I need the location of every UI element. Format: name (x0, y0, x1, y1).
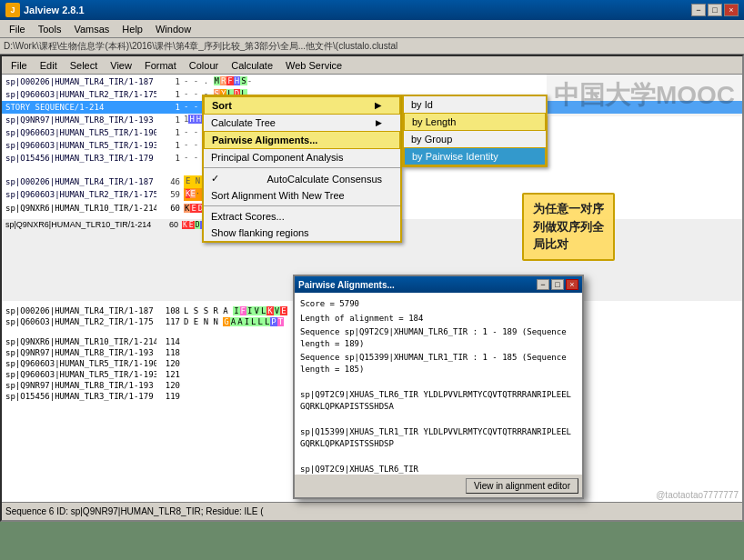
status-text: Sequence 6 ID: sp|Q9NR97|HUMAN_TLR8_TIR;… (5, 506, 264, 516)
doc-menu-calculate[interactable]: Calculate (226, 59, 278, 72)
seq-label-5: sp|Q9606O3|HUMAN_TLR5_TIR/1-193 (2, 139, 156, 152)
seq-row-bot2-1: sp|Q9NXR6|HUMAN_TLR10_TIR/1-214 114 (2, 336, 742, 347)
title-bar: J Jalview 2.8.1 − □ × (0, 0, 744, 20)
address-path: D:\Work\课程\生物信息学(本科)\2016\课件\第4章_序列比较_第3… (4, 40, 397, 53)
main-window: J Jalview 2.8.1 − □ × File Tools Vamsas … (0, 0, 744, 560)
status-bar: Sequence 6 ID: sp|Q9NR97|HUMAN_TLR8_TIR;… (2, 502, 742, 520)
menu-help[interactable]: Help (116, 23, 148, 35)
seq-label-g2-2: sp|Q9606O3|HUMAN_TLR2_TIR/1-175 (2, 188, 156, 201)
menu-autocalc[interactable]: ✓ AutoCalculate Consensus (204, 170, 400, 187)
seq-label-6: sp|O15456|HUMAN_TLR3_TIR/1-179 (2, 152, 156, 165)
seq-label-g2-1: sp|O00206|HUMAN_TLR4_TIR/1-187 (2, 175, 156, 188)
doc-menu-file[interactable]: File (5, 59, 33, 72)
alignment-viewport: sp|O00206|HUMAN_TLR4_TIR/1-187 1 - - . M… (2, 75, 742, 520)
checkmark-icon: ✓ (211, 173, 219, 185)
sort-by-pairwise[interactable]: by Pairwise Identity (404, 147, 546, 165)
minimize-button[interactable]: − (691, 4, 706, 16)
menu-tools[interactable]: Tools (33, 23, 67, 35)
app-title: Jalview 2.8.1 (24, 5, 85, 15)
seq-label-2: sp|Q9606O3|HUMAN_TLR2_TIR/1-175 (2, 88, 156, 101)
close-button[interactable]: × (724, 4, 739, 16)
doc-menu-webservice[interactable]: Web Service (280, 59, 347, 72)
seq-row-bot2-4: sp|Q9606O3|HUMAN_TLR5_TIR/1-193 121 (2, 369, 742, 380)
seq-label-1: sp|O00206|HUMAN_TLR4_TIR/1-187 (2, 75, 156, 88)
seq-row-bot2-5: sp|Q9NR97|HUMAN_TLR8_TIR/1-193 120 (2, 380, 742, 391)
doc-menu-format[interactable]: Format (139, 59, 182, 72)
doc-menu-colour[interactable]: Colour (184, 59, 224, 72)
menu-sort[interactable]: Sort ▶ (204, 96, 400, 115)
seq-row-1: sp|O00206|HUMAN_TLR4_TIR/1-187 1 - - . M… (2, 75, 742, 88)
menu-calculate-tree[interactable]: Calculate Tree ▶ (204, 115, 400, 131)
maximize-button[interactable]: □ (708, 4, 722, 16)
sort-by-id[interactable]: by Id (404, 96, 546, 113)
doc-menu-view[interactable]: View (105, 59, 137, 72)
menu-sort-tree[interactable]: Sort Alignment With New Tree (204, 187, 400, 204)
sort-submenu: by Id by Length by Group by Pairwise Ide… (402, 95, 548, 167)
menu-sort-label: Sort (212, 100, 232, 111)
seq-row-bottom-1: sp|O00206|HUMAN_TLR4_TIR/1-187 108 L S S… (2, 305, 742, 316)
seq-label-3: sp|Q9NR97|HUMAN_TLR8_TIR/1-193 (2, 114, 156, 126)
doc-menu-select[interactable]: Select (65, 59, 104, 72)
seq-row-bot2-6: sp|O15456|HUMAN_TLR3_TIR/1-179 119 (2, 391, 742, 402)
menu-divider-1 (204, 167, 400, 168)
menu-vamsas[interactable]: Vamsas (68, 23, 115, 35)
app-icon: J (5, 3, 20, 17)
calculate-menu: Sort ▶ Calculate Tree ▶ Pairwise Alignme… (202, 95, 402, 243)
title-buttons: − □ × (691, 4, 739, 16)
menu-pca[interactable]: Principal Component Analysis (204, 149, 400, 165)
menu-flanking[interactable]: Show flanking regions (204, 225, 400, 241)
seq-row-bot2-3: sp|Q9606O3|HUMAN_TLR5_TIR/1-190 120 (2, 358, 742, 369)
menu-extract[interactable]: Extract Scores... (204, 208, 400, 225)
sort-by-group[interactable]: by Group (404, 131, 546, 147)
menu-window[interactable]: Window (150, 23, 196, 35)
main-menu-bar: File Tools Vamsas Help Window (0, 20, 744, 38)
document-menu-bar: File Edit Select View Format Colour Calc… (2, 56, 742, 75)
seq-label-highlighted: STORY SEQUENCE/1-214 (2, 101, 156, 114)
menu-pairwise[interactable]: Pairwise Alignments... (204, 131, 400, 149)
address-bar: D:\Work\课程\生物信息学(本科)\2016\课件\第4章_序列比较_第3… (0, 38, 744, 55)
sort-by-length[interactable]: by Length (404, 113, 546, 131)
seq-label-4: sp|Q9606O3|HUMAN_TLR5_TIR/1-190 (2, 126, 156, 139)
menu-file[interactable]: File (4, 23, 31, 35)
seq-row-bottom-2: sp|Q606O3|HUMAN_TLR2_TIR/1-175 117 D E N… (2, 316, 742, 327)
doc-menu-edit[interactable]: Edit (35, 59, 63, 72)
menu-divider-2 (204, 205, 400, 206)
seq-row-bot2-2: sp|Q9NR97|HUMAN_TLR8_TIR/1-193 118 (2, 347, 742, 358)
